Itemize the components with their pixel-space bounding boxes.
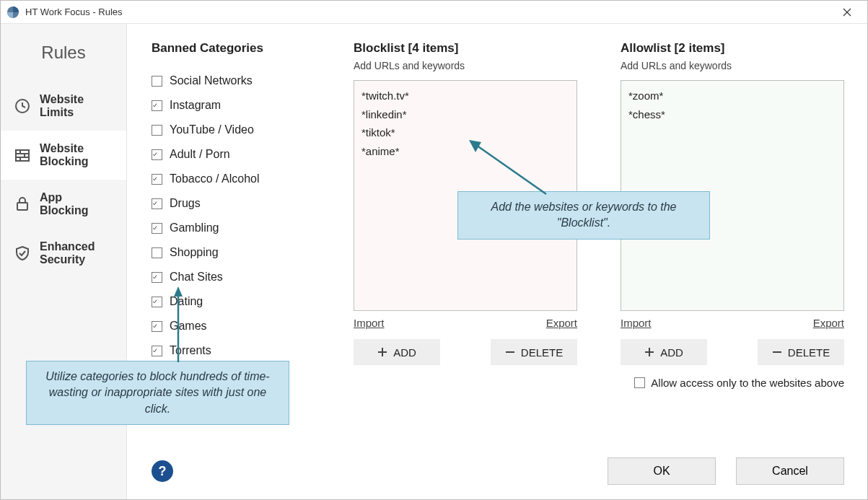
category-checkbox[interactable]	[152, 321, 162, 332]
list-item[interactable]: *chess*	[628, 105, 836, 124]
sidebar-item-label: Enhanced Security	[40, 240, 113, 266]
help-glyph: ?	[159, 464, 167, 479]
category-item[interactable]: Gambling	[152, 216, 310, 240]
category-checkbox[interactable]	[152, 272, 162, 283]
blocklist-import-link[interactable]: Import	[354, 317, 385, 329]
category-checkbox[interactable]	[152, 149, 162, 160]
clock-icon	[14, 97, 31, 115]
category-item[interactable]: Social Networks	[152, 69, 310, 93]
window-title: HT Work Focus - Rules	[25, 6, 123, 17]
sidebar: Rules Website LimitsWebsite BlockingApp …	[1, 24, 127, 499]
allowlist-subtitle: Add URLs and keywords	[621, 60, 844, 71]
allowlist-import-link[interactable]: Import	[621, 317, 652, 329]
ok-button[interactable]: OK	[608, 457, 716, 485]
app-window: HT Work Focus - Rules Rules Website Limi…	[0, 0, 868, 500]
svg-marker-10	[174, 286, 183, 297]
category-item[interactable]: Tobacco / Alcohol	[152, 167, 310, 191]
blocklist-delete-label: DELETE	[521, 346, 563, 359]
sidebar-item-app-blocking[interactable]: App Blocking	[1, 180, 126, 229]
category-checkbox[interactable]	[152, 100, 162, 111]
cancel-button[interactable]: Cancel	[736, 457, 844, 485]
blocklist-subtitle: Add URLs and keywords	[354, 60, 577, 71]
category-label: Adult / Porn	[170, 148, 230, 161]
category-checkbox[interactable]	[152, 297, 162, 307]
svg-marker-12	[469, 140, 481, 152]
firewall-icon	[14, 146, 31, 164]
svg-rect-4	[16, 157, 29, 161]
category-checkbox[interactable]	[152, 76, 162, 87]
category-checkbox[interactable]	[152, 346, 162, 356]
category-label: Instagram	[170, 99, 221, 112]
category-checkbox[interactable]	[152, 125, 162, 136]
titlebar: HT Work Focus - Rules	[1, 1, 867, 24]
sidebar-item-website-blocking[interactable]: Website Blocking	[1, 131, 126, 180]
category-item[interactable]: Shopping	[152, 240, 310, 265]
category-checkbox[interactable]	[152, 247, 162, 258]
category-item[interactable]: Adult / Porn	[152, 142, 310, 167]
category-item[interactable]: Chat Sites	[152, 265, 310, 289]
category-checkbox[interactable]	[152, 174, 162, 185]
category-item[interactable]: Drugs	[152, 191, 310, 216]
category-label: YouTube / Video	[170, 123, 254, 136]
sidebar-item-label: App Blocking	[40, 191, 113, 217]
sidebar-item-website-limits[interactable]: Website Limits	[1, 82, 126, 131]
svg-rect-8	[17, 203, 27, 210]
svg-line-11	[474, 144, 546, 194]
main-panel: Banned Categories Social NetworksInstagr…	[127, 24, 867, 499]
sidebar-item-label: Website Limits	[40, 93, 113, 119]
allow-only-checkbox[interactable]	[634, 377, 645, 388]
category-label: Gambling	[170, 222, 219, 234]
list-item[interactable]: *twitch.tv*	[361, 87, 569, 105]
allow-only-label: Allow access only to the websites above	[651, 377, 844, 389]
category-item[interactable]: Instagram	[152, 93, 310, 118]
category-label: Chat Sites	[170, 271, 223, 284]
lock-icon	[14, 196, 31, 213]
help-button[interactable]: ?	[152, 460, 173, 482]
category-checkbox[interactable]	[152, 198, 162, 209]
allowlist-delete-label: DELETE	[788, 346, 830, 359]
shield-icon	[14, 245, 31, 262]
arrow-categories-icon	[171, 286, 185, 368]
allowlist-export-link[interactable]: Export	[813, 317, 844, 329]
sidebar-item-enhanced-security[interactable]: Enhanced Security	[1, 229, 126, 278]
blocklist-title: Blocklist [4 items]	[354, 41, 577, 56]
sidebar-item-label: Website Blocking	[40, 142, 113, 168]
category-label: Shopping	[170, 246, 219, 259]
blocklist-add-label: ADD	[393, 346, 416, 359]
category-label: Drugs	[170, 197, 201, 210]
categories-title: Banned Categories	[152, 41, 310, 56]
list-item[interactable]: *zoom*	[628, 87, 836, 105]
sidebar-title: Rules	[1, 31, 126, 82]
category-label: Social Networks	[170, 74, 253, 87]
category-checkbox[interactable]	[152, 223, 162, 234]
arrow-blocklist-icon	[467, 136, 553, 203]
app-icon	[6, 6, 19, 19]
allowlist-add-label: ADD	[660, 346, 683, 359]
list-item[interactable]: *linkedin*	[361, 105, 569, 124]
blocklist-add-button[interactable]: ADD	[354, 339, 440, 365]
close-button[interactable]	[833, 2, 862, 22]
allowlist-title: Allowlist [2 items]	[621, 41, 844, 56]
callout-categories: Utilize categories to block hundreds of …	[26, 361, 289, 425]
category-item[interactable]: YouTube / Video	[152, 118, 310, 142]
category-label: Tobacco / Alcohol	[170, 172, 260, 185]
allowlist-add-button[interactable]: ADD	[621, 339, 707, 365]
allowlist-delete-button[interactable]: DELETE	[758, 339, 844, 365]
blocklist-delete-button[interactable]: DELETE	[491, 339, 577, 365]
blocklist-export-link[interactable]: Export	[546, 317, 577, 329]
